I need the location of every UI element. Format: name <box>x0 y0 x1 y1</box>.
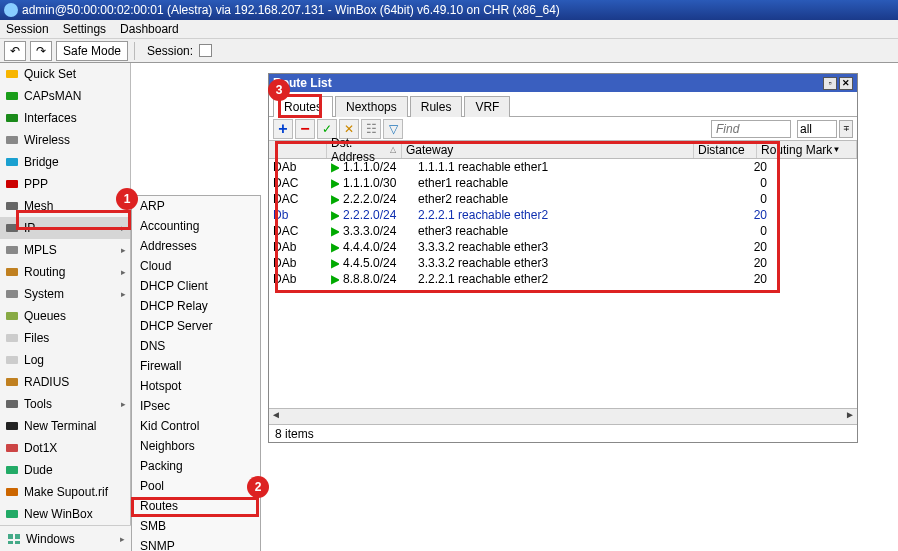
sidebar-item-ppp[interactable]: PPP <box>0 173 130 195</box>
close-button[interactable]: ✕ <box>839 77 853 90</box>
col-flags[interactable] <box>269 141 327 158</box>
chevron-right-icon: ▸ <box>121 267 126 277</box>
submenu-item-snmp[interactable]: SNMP <box>132 536 260 551</box>
system-icon <box>4 287 20 301</box>
submenu-item-dhcp-client[interactable]: DHCP Client <box>132 276 260 296</box>
submenu-item-arp[interactable]: ARP <box>132 196 260 216</box>
tools-icon <box>4 397 20 411</box>
find-input[interactable] <box>711 120 791 138</box>
sidebar-item-label: PPP <box>24 177 48 191</box>
add-button[interactable]: + <box>273 119 293 139</box>
windows-bar[interactable]: Windows ▸ <box>0 525 131 551</box>
remove-button[interactable]: − <box>295 119 315 139</box>
tab-nexthops[interactable]: Nexthops <box>335 96 408 117</box>
sidebar-item-label: Log <box>24 353 44 367</box>
chevron-right-icon: ▸ <box>121 399 126 409</box>
dst-cell: 2.2.2.0/24 <box>339 192 414 206</box>
net-icon <box>4 111 20 125</box>
svg-rect-10 <box>6 290 18 298</box>
route-row[interactable]: DAC▶2.2.2.0/24ether2 reachable0 <box>269 191 857 207</box>
route-window-titlebar[interactable]: Route List ▫ ✕ <box>269 74 857 92</box>
route-row[interactable]: DAb▶1.1.1.0/241.1.1.1 reachable ether120 <box>269 159 857 175</box>
redo-button[interactable]: ↷ <box>30 41 52 61</box>
sidebar-item-quick-set[interactable]: Quick Set <box>0 63 130 85</box>
horizontal-scrollbar[interactable] <box>269 408 857 424</box>
menu-settings[interactable]: Settings <box>63 22 106 36</box>
sidebar-item-new-terminal[interactable]: New Terminal <box>0 415 130 437</box>
sidebar-item-files[interactable]: Files <box>0 327 130 349</box>
chevron-right-icon: ▸ <box>120 534 125 544</box>
sidebar-item-label: Wireless <box>24 133 70 147</box>
log-icon <box>4 353 20 367</box>
route-row[interactable]: DAb▶4.4.4.0/243.3.3.2 reachable ether320 <box>269 239 857 255</box>
submenu-item-routes[interactable]: Routes <box>132 496 260 516</box>
sidebar-item-tools[interactable]: Tools▸ <box>0 393 130 415</box>
tab-vrf[interactable]: VRF <box>464 96 510 117</box>
gateway-cell: ether1 reachable <box>414 176 706 190</box>
sidebar-item-wireless[interactable]: Wireless <box>0 129 130 151</box>
sidebar-item-system[interactable]: System▸ <box>0 283 130 305</box>
submenu-item-hotspot[interactable]: Hotspot <box>132 376 260 396</box>
submenu-item-dhcp-server[interactable]: DHCP Server <box>132 316 260 336</box>
sidebar-item-interfaces[interactable]: Interfaces <box>0 107 130 129</box>
submenu-item-cloud[interactable]: Cloud <box>132 256 260 276</box>
route-row[interactable]: DAC▶3.3.3.0/24ether3 reachable0 <box>269 223 857 239</box>
minimize-button[interactable]: ▫ <box>823 77 837 90</box>
submenu-item-dhcp-relay[interactable]: DHCP Relay <box>132 296 260 316</box>
col-distance[interactable]: Distance <box>694 141 757 158</box>
sidebar-item-new-winbox[interactable]: New WinBox <box>0 503 130 525</box>
safe-mode-button[interactable]: Safe Mode <box>56 41 128 61</box>
sidebar-item-routing[interactable]: Routing▸ <box>0 261 130 283</box>
menubar: Session Settings Dashboard <box>0 20 898 39</box>
mesh-icon <box>4 199 20 213</box>
svg-rect-9 <box>6 268 18 276</box>
svg-rect-5 <box>6 180 18 188</box>
svg-rect-4 <box>6 158 18 166</box>
col-routing-mark[interactable]: Routing Mark ▼ <box>757 141 857 158</box>
sidebar-item-mpls[interactable]: MPLS▸ <box>0 239 130 261</box>
col-dst[interactable]: Dst. Address△ <box>327 141 402 158</box>
session-checkbox[interactable] <box>199 44 212 57</box>
sidebar-item-log[interactable]: Log <box>0 349 130 371</box>
sidebar-item-dude[interactable]: Dude <box>0 459 130 481</box>
sidebar: Quick SetCAPsMANInterfacesWirelessBridge… <box>0 63 131 551</box>
col-gateway[interactable]: Gateway <box>402 141 694 158</box>
submenu-item-neighbors[interactable]: Neighbors <box>132 436 260 456</box>
tab-rules[interactable]: Rules <box>410 96 463 117</box>
sidebar-item-radius[interactable]: RADIUS <box>0 371 130 393</box>
svg-rect-17 <box>6 444 18 452</box>
sidebar-item-dot1x[interactable]: Dot1X <box>0 437 130 459</box>
sidebar-item-mesh[interactable]: Mesh <box>0 195 130 217</box>
sidebar-item-make-supout-rif[interactable]: Make Supout.rif <box>0 481 130 503</box>
submenu-item-addresses[interactable]: Addresses <box>132 236 260 256</box>
sidebar-item-bridge[interactable]: Bridge <box>0 151 130 173</box>
route-row[interactable]: DAb▶4.4.5.0/243.3.3.2 reachable ether320 <box>269 255 857 271</box>
svg-rect-14 <box>6 378 18 386</box>
undo-button[interactable]: ↶ <box>4 41 26 61</box>
submenu-item-smb[interactable]: SMB <box>132 516 260 536</box>
submenu-item-packing[interactable]: Packing <box>132 456 260 476</box>
submenu-item-kid-control[interactable]: Kid Control <box>132 416 260 436</box>
sidebar-item-ip[interactable]: IP▸ <box>0 217 130 239</box>
flag-cell: DAb <box>269 240 327 254</box>
active-icon: ▶ <box>327 160 339 174</box>
menu-dashboard[interactable]: Dashboard <box>120 22 179 36</box>
mpls-icon <box>4 243 20 257</box>
submenu-item-dns[interactable]: DNS <box>132 336 260 356</box>
sidebar-item-capsman[interactable]: CAPsMAN <box>0 85 130 107</box>
submenu-item-pool[interactable]: Pool <box>132 476 260 496</box>
route-row[interactable]: DAC▶1.1.1.0/30ether1 reachable0 <box>269 175 857 191</box>
menu-session[interactable]: Session <box>6 22 49 36</box>
submenu-item-firewall[interactable]: Firewall <box>132 356 260 376</box>
session-label: Session: <box>147 44 193 58</box>
dst-cell: 2.2.2.0/24 <box>339 208 414 222</box>
sidebar-item-label: New WinBox <box>24 507 93 521</box>
window-titlebar: admin@50:00:00:02:00:01 (Alestra) via 19… <box>0 0 898 20</box>
submenu-item-accounting[interactable]: Accounting <box>132 216 260 236</box>
filter-select[interactable] <box>797 120 837 138</box>
route-row[interactable]: Db▶2.2.2.0/242.2.2.1 reachable ether220 <box>269 207 857 223</box>
filter-dropdown-icon[interactable]: ∓ <box>839 120 853 138</box>
route-row[interactable]: DAb▶8.8.8.0/242.2.2.1 reachable ether220 <box>269 271 857 287</box>
sidebar-item-queues[interactable]: Queues <box>0 305 130 327</box>
submenu-item-ipsec[interactable]: IPsec <box>132 396 260 416</box>
